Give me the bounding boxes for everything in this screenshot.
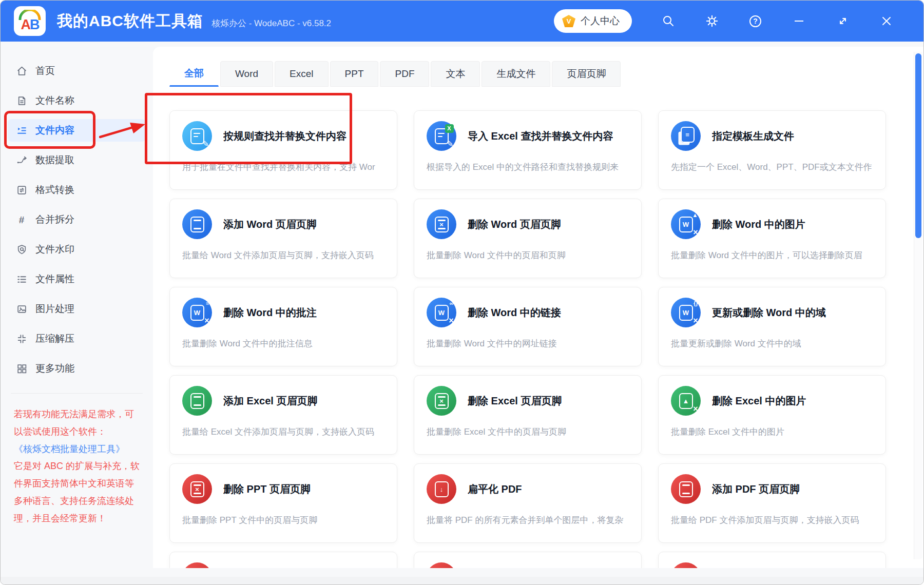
feature-card[interactable]: ↓ 扁平化 PDF 批量将 PDF 的所有元素合并到单个图层中，将复杂: [414, 463, 642, 543]
feature-icon: ≡: [671, 121, 701, 151]
compress-icon: [16, 333, 27, 344]
card-description: 批量给 Excel 文件添加页眉与页脚，支持嵌入页码: [182, 426, 386, 438]
feature-card[interactable]: ✎ 按规则查找并替换文件内容 用于批量在文件中查找并替换相关内容，支持 Wor: [169, 110, 397, 190]
user-center-label: 个人中心: [581, 14, 620, 28]
titlebar: AB 我的ABC软件工具箱 核烁办公 - WodeABC - v6.58.2 V…: [1, 1, 923, 42]
maximize-icon: [837, 15, 849, 27]
image-process-icon: [16, 303, 27, 315]
gear-icon: [706, 15, 718, 27]
app-window: AB 我的ABC软件工具箱 核烁办公 - WodeABC - v6.58.2 V…: [0, 0, 924, 585]
feature-icon: ×: [182, 474, 212, 504]
feature-icon: ✎: [182, 121, 212, 151]
feature-card[interactable]: × 删除 PPT 页眉页脚 批量删除 PPT 文件中的页眉与页脚: [169, 463, 397, 543]
tab[interactable]: 页眉页脚: [552, 61, 621, 87]
card-description: 批量删除 Word 文件中的图片，可以选择删除页眉: [671, 249, 874, 261]
card-title: 添加 Word 页眉页脚: [223, 218, 317, 231]
sidebar-item-label: 文件属性: [35, 272, 74, 286]
more-features-icon: [16, 363, 27, 374]
settings-button[interactable]: [690, 9, 734, 33]
card-description: 批量删除 Excel 文件中的页眉与页脚: [427, 426, 630, 438]
feature-card[interactable]: X ✎ 导入 Excel 查找并替换文件内容 根据导入的 Excel 中的文件路…: [414, 110, 642, 190]
help-button[interactable]: ?: [734, 9, 777, 33]
feature-icon: W ∞ ×: [427, 298, 456, 327]
feature-card[interactable]: W ∞ × 删除 Word 中的链接 批量删除 Word 文件中的网址链接: [414, 287, 642, 366]
sidebar-item-watermark[interactable]: 文件水印: [8, 238, 146, 261]
feature-icon: ×: [182, 562, 212, 568]
card-title: 删除 Excel 页眉页脚: [468, 394, 562, 408]
sidebar-item-file-attributes[interactable]: 文件属性: [8, 268, 146, 290]
tab[interactable]: 生成文件: [482, 61, 550, 87]
feature-glyph: [190, 217, 204, 232]
sidebar-item-compress[interactable]: 压缩解压: [8, 327, 146, 350]
main-panel: 全部 Word Excel PPT PDF 文本 生成文件 页眉页脚: [153, 47, 923, 568]
feature-card[interactable]: W {} × 更新或删除 Word 中的域 批量更新或删除 Word 文件中的域: [658, 287, 886, 366]
search-icon: [662, 15, 675, 27]
feature-card[interactable]: ≡ 指定模板生成文件 先指定一个 Excel、Word、PPT、PDF或文本文件…: [658, 110, 886, 190]
feature-card[interactable]: 添加 Excel 页眉页脚 批量给 Excel 文件添加页眉与页脚，支持嵌入页码: [169, 375, 397, 455]
file-name-icon: [16, 95, 27, 106]
card-description: 用于批量在文件中查找并替换相关内容，支持 Wor: [182, 161, 386, 173]
sidebar-item-file-content[interactable]: 文件内容: [8, 119, 146, 142]
card-description: 批量删除 Word 文件中的批注信息: [182, 338, 386, 349]
feature-card[interactable]: × 删除 Excel 页眉页脚 批量删除 Excel 文件中的页眉与页脚: [414, 375, 642, 455]
close-button[interactable]: [864, 9, 908, 33]
sidebar-item-label: 压缩解压: [35, 332, 74, 345]
tab[interactable]: 文本: [431, 61, 480, 87]
scrollbar-track[interactable]: [914, 52, 922, 559]
feature-glyph: ≡: [681, 127, 695, 143]
feature-card[interactable]: ▲ × 删除 Excel 中的图片 批量删除 Excel 文件中的图片: [658, 375, 886, 455]
card-description: 批量给 Word 文件添加页眉与页脚，支持嵌入页码: [182, 249, 386, 261]
file-content-icon: [16, 125, 27, 136]
feature-icon: ↓: [427, 474, 456, 504]
sidebar-item-home[interactable]: 首页: [8, 60, 146, 82]
card-title: 导入 Excel 查找并替换文件内容: [468, 129, 613, 143]
tab[interactable]: 全部: [169, 61, 219, 87]
sidebar-item-label: 更多功能: [35, 362, 74, 375]
feature-card[interactable]: ∞ 添加 PDF 页面链接: [414, 552, 642, 568]
feature-glyph: ×: [435, 393, 449, 409]
feature-glyph: ×: [190, 481, 204, 497]
feature-icon: X ✎: [427, 121, 456, 151]
sidebar-item-data-extract[interactable]: 数据提取: [8, 149, 146, 171]
card-description: 批量删除 Word 文件中的网址链接: [427, 338, 630, 349]
sidebar-item-more-features[interactable]: 更多功能: [8, 357, 146, 380]
tab[interactable]: Word: [220, 61, 273, 87]
minimize-button[interactable]: [777, 9, 821, 33]
tab[interactable]: PPT: [330, 61, 379, 87]
feature-card[interactable]: × 删除 PDF 页眉页脚: [169, 552, 397, 568]
notice-link[interactable]: 《核烁文档批量处理工具》: [14, 441, 142, 458]
feature-card[interactable]: ▲ × 删除 PDF 中的图片: [658, 552, 886, 568]
feature-card[interactable]: × 删除 Word 页眉页脚 批量删除 Word 文件中的页眉和页脚: [414, 199, 642, 278]
file-attributes-icon: [16, 274, 27, 285]
format-convert-icon: [16, 184, 27, 196]
sidebar-item-image-process[interactable]: 图片处理: [8, 298, 146, 320]
maximize-button[interactable]: [821, 9, 864, 33]
sidebar-item-merge-split[interactable]: # 合并拆分: [8, 208, 146, 231]
sidebar-item-label: 数据提取: [35, 153, 74, 167]
feature-card[interactable]: W ≡ × 删除 Word 中的批注 批量删除 Word 文件中的批注信息: [169, 287, 397, 366]
feature-card[interactable]: W ▲ × 删除 Word 中的图片 批量删除 Word 文件中的图片，可以选择…: [658, 199, 886, 278]
vip-gem-icon: V: [562, 15, 575, 27]
user-center-button[interactable]: V 个人中心: [554, 9, 632, 33]
feature-card[interactable]: 添加 Word 页眉页脚 批量给 Word 文件添加页眉与页脚，支持嵌入页码: [169, 199, 397, 278]
feature-glyph: ✎: [190, 128, 204, 144]
search-button[interactable]: [646, 9, 690, 33]
feature-icon: [182, 386, 212, 416]
feature-icon: ▲ ×: [671, 562, 701, 568]
help-icon: ?: [749, 15, 761, 27]
sidebar: 首页 文件名称 文件内容 数据提取: [1, 42, 153, 577]
sidebar-item-label: 格式转换: [35, 183, 74, 197]
sidebar-item-file-name[interactable]: 文件名称: [8, 89, 146, 112]
card-title: 删除 Excel 中的图片: [712, 394, 806, 408]
card-description: 根据导入的 Excel 中的文件路径和查找替换规则来: [427, 161, 630, 173]
feature-card[interactable]: 添加 PDF 页眉页脚 批量给 PDF 文件添加页眉与页脚，支持嵌入页码: [658, 463, 886, 543]
sidebar-item-label: 首页: [35, 64, 55, 77]
minimize-icon: [795, 21, 803, 22]
sidebar-item-label: 图片处理: [35, 302, 74, 316]
sidebar-item-format-convert[interactable]: 格式转换: [8, 179, 146, 201]
sidebar-item-label: 文件水印: [35, 243, 74, 256]
card-description: 批量将 PDF 的所有元素合并到单个图层中，将复杂: [427, 514, 630, 526]
scrollbar-thumb[interactable]: [915, 53, 921, 238]
tab[interactable]: PDF: [380, 61, 429, 87]
tab[interactable]: Excel: [275, 61, 328, 87]
